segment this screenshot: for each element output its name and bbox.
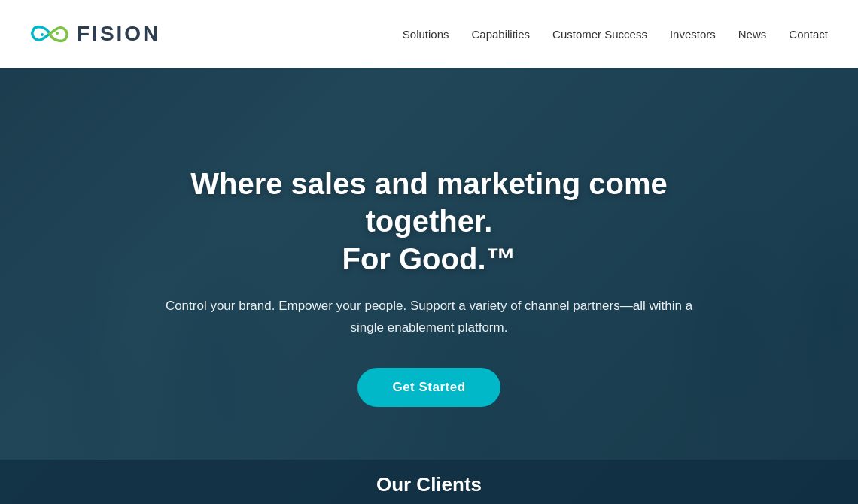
main-nav: Solutions Capabilities Customer Success … (403, 28, 828, 41)
nav-item-solutions[interactable]: Solutions (403, 28, 449, 41)
clients-title: Our Clients (0, 473, 858, 496)
nav-item-news[interactable]: News (738, 28, 767, 41)
svg-point-1 (56, 32, 59, 35)
nav-item-customer-success[interactable]: Customer Success (552, 28, 647, 41)
hero-subtitle: Control your brand. Empower your people.… (162, 296, 696, 339)
hero-title-line2: For Good.™ (342, 242, 516, 275)
hero-section: Where sales and marketing come together.… (0, 68, 858, 504)
nav-item-capabilities[interactable]: Capabilities (472, 28, 531, 41)
header: FISION Solutions Capabilities Customer S… (0, 0, 858, 68)
svg-point-0 (41, 33, 44, 36)
hero-title-line1: Where sales and marketing come together. (190, 167, 668, 238)
get-started-button[interactable]: Get Started (358, 368, 500, 407)
clients-section-preview: Our Clients (0, 460, 858, 504)
hero-title: Where sales and marketing come together.… (162, 165, 696, 278)
nav-item-contact[interactable]: Contact (789, 28, 828, 41)
logo[interactable]: FISION (30, 19, 160, 49)
nav-item-investors[interactable]: Investors (670, 28, 716, 41)
hero-content: Where sales and marketing come together.… (147, 165, 711, 407)
logo-icon (30, 19, 69, 49)
logo-text: FISION (77, 22, 160, 46)
